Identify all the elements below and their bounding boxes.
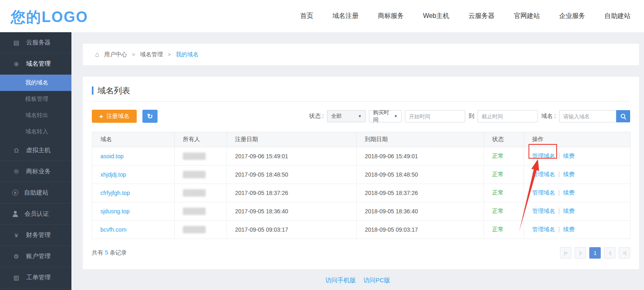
nav-web-hosting[interactable]: Web主机 (423, 12, 449, 20)
pagination-page-1[interactable]: 1 (589, 247, 601, 259)
table-header-row: 域名 所有人 注册日期 到期日期 状态 操作 (92, 132, 631, 147)
column-header-owner: 所有人 (175, 132, 227, 147)
status-badge: 正常 (492, 171, 504, 177)
page-title: 域名列表 (98, 85, 130, 96)
owner-redacted (183, 226, 206, 233)
sidebar-item-cloud-server[interactable]: ▤ 云服务器 (0, 32, 71, 53)
server-icon: ▤ (12, 39, 20, 46)
time-field-select[interactable]: 购买时间 ▼ (369, 110, 402, 122)
register-domain-button[interactable]: + 注册域名 (92, 110, 137, 123)
sidebar-item-label: 工单管理 (26, 274, 51, 281)
nav-cloud-server[interactable]: 云服务器 (469, 12, 495, 20)
sidebar-subitem-my-domains[interactable]: 我的域名 (0, 75, 71, 91)
domain-search-input[interactable] (559, 110, 616, 122)
sidebar-item-account-management[interactable]: ⚙ 账户管理 (0, 246, 71, 267)
nav-home[interactable]: 首页 (300, 12, 313, 20)
owner-redacted (183, 171, 206, 178)
manage-domain-link[interactable]: 管理域名 (532, 226, 555, 232)
end-date-input[interactable] (477, 110, 538, 122)
footer-mobile-link[interactable]: 访问手机版 (325, 277, 356, 283)
refresh-button[interactable]: ↻ (142, 110, 158, 123)
member-icon (12, 211, 19, 217)
renew-link[interactable]: 续费 (563, 189, 575, 196)
sidebar-item-trademark-business[interactable]: ® 商标业务 (0, 161, 71, 182)
status-badge: 正常 (492, 189, 504, 196)
manage-domain-link[interactable]: 管理域名 (532, 189, 555, 196)
nav-trademark-service[interactable]: 商标服务 (378, 12, 404, 20)
home-icon: ⌂ (95, 51, 99, 59)
domain-link[interactable]: sjdusng.top (100, 208, 130, 215)
filter-bar: 状态 : 全部 ▼ 购买时间 ▼ 到 域名 : (309, 110, 630, 122)
sidebar-subitem-domain-transfer-in[interactable]: 域名转入 (0, 124, 71, 140)
chevron-down-icon: ▼ (394, 114, 398, 118)
pagination-next-button[interactable]: ›| (604, 247, 615, 259)
domain-link[interactable]: bcvfh.com (100, 226, 127, 233)
action-separator: | (558, 171, 560, 177)
status-select[interactable]: 全部 ▼ (327, 110, 366, 122)
sidebar-item-self-build-site[interactable]: e 自助建站 (0, 182, 71, 204)
breadcrumb-my-domains[interactable]: 我的域名 (175, 51, 198, 58)
sidebar-item-label: 商标业务 (26, 168, 51, 175)
breadcrumb-domain-management[interactable]: 域名管理 (140, 51, 163, 58)
domain-link[interactable]: asoid.top (100, 153, 124, 159)
breadcrumb-user-center[interactable]: 用户中心 (104, 51, 127, 58)
renew-link[interactable]: 续费 (563, 153, 575, 159)
sidebar-item-member-verification[interactable]: 会员认证 (0, 204, 71, 225)
domain-table: 域名 所有人 注册日期 到期日期 状态 操作 asoid.top 2017-09… (92, 132, 631, 239)
renew-link[interactable]: 续费 (563, 208, 575, 214)
owner-redacted (183, 208, 206, 215)
domain-link[interactable]: cfrfyjfgh.top (100, 190, 130, 196)
nav-self-build[interactable]: 自助建站 (604, 12, 631, 20)
search-button[interactable] (616, 110, 630, 122)
sidebar-item-virtual-host[interactable]: Ω 虚拟主机 (0, 140, 71, 161)
sidebar-subitem-template-management[interactable]: 模板管理 (0, 91, 71, 107)
sidebar-item-finance-management[interactable]: ¥ 财务管理 (0, 225, 71, 246)
pagination-first-button[interactable]: |« (560, 247, 571, 259)
title-accent-bar (92, 86, 93, 95)
time-field-value: 购买时间 (373, 109, 391, 124)
table-row: xhjdjdj.top 2017-09-05 18:48:50 2018-09-… (92, 166, 631, 184)
renew-link[interactable]: 续费 (563, 171, 575, 177)
sidebar-item-ticket-management[interactable]: ▥ 工单管理 (0, 267, 71, 288)
summary-suffix: 条记录 (110, 249, 127, 256)
sidebar-item-label: 云服务器 (26, 39, 51, 46)
breadcrumb: ⌂ 用户中心 > 域名管理 > 我的域名 (83, 44, 639, 65)
column-header-status: 状态 (484, 132, 524, 147)
registered-date: 2017-09-06 15:49:01 (227, 147, 357, 166)
nav-official-site[interactable]: 官网建站 (514, 12, 540, 20)
e-circle-icon: e (12, 190, 18, 196)
renew-link[interactable]: 续费 (563, 226, 575, 232)
sidebar-item-label: 会员认证 (24, 210, 49, 218)
sidebar-item-label: 自助建站 (24, 189, 49, 197)
globe-icon: ⊕ (12, 60, 20, 68)
nav-domain-register[interactable]: 域名注册 (332, 12, 358, 20)
top-header: 您的LOGO 首页 域名注册 商标服务 Web主机 云服务器 官网建站 企业服务… (0, 0, 644, 32)
headset-icon: Ω (12, 147, 20, 154)
sidebar-subitem-domain-transfer-out[interactable]: 域名转出 (0, 107, 71, 124)
column-header-expires: 到期日期 (357, 132, 484, 147)
start-date-input[interactable] (405, 110, 465, 122)
expire-date: 2018-09-06 15:49:01 (357, 147, 484, 166)
pagination-prev-button[interactable]: |‹ (575, 247, 586, 259)
yen-icon: ¥ (12, 232, 20, 239)
toolbar: + 注册域名 ↻ 状态 : 全部 ▼ 购买时间 ▼ 到 域名 : (92, 110, 630, 123)
refresh-icon: ↻ (147, 112, 153, 121)
registered-date: 2017-09-05 09:03:17 (227, 221, 357, 239)
chevron-down-icon: ▼ (358, 114, 362, 118)
nav-enterprise-service[interactable]: 企业服务 (559, 12, 585, 20)
pagination-last-button[interactable]: »| (619, 247, 630, 259)
sidebar-item-label: 财务管理 (26, 231, 51, 239)
manage-domain-link[interactable]: 管理域名 (532, 153, 555, 159)
range-to-label: 到 (469, 113, 474, 120)
sidebar-item-domain-management[interactable]: ⊕ 域名管理 (0, 53, 71, 75)
gear-icon: ⚙ (12, 253, 20, 260)
footer-pc-link[interactable]: 访问PC版 (363, 277, 390, 283)
manage-domain-link[interactable]: 管理域名 (532, 171, 555, 177)
ticket-icon: ▥ (12, 274, 20, 281)
domain-link[interactable]: xhjdjdj.top (100, 171, 126, 178)
status-badge: 正常 (492, 153, 504, 159)
action-separator: | (558, 189, 560, 196)
column-header-actions: 操作 (524, 132, 631, 147)
status-filter-label: 状态 : (309, 113, 324, 120)
manage-domain-link[interactable]: 管理域名 (532, 208, 555, 214)
